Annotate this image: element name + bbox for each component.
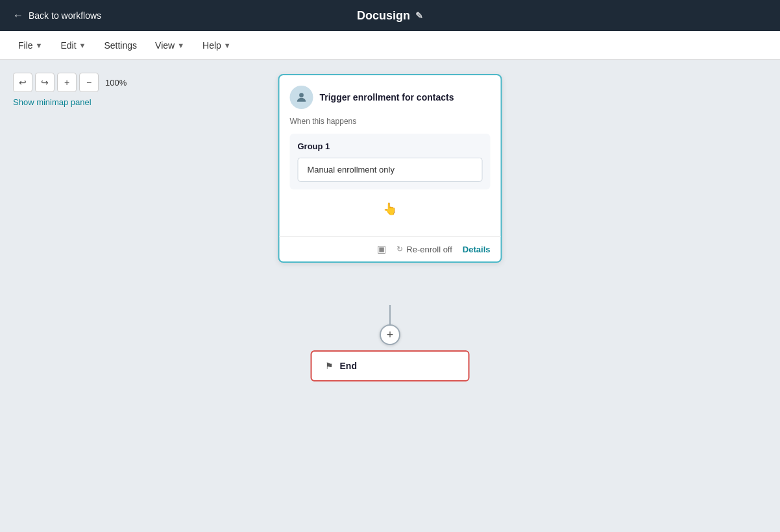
card-header: Trigger enrollment for contacts [280,75,501,117]
end-label: End [340,361,357,371]
group-label: Group 1 [298,141,483,151]
chevron-down-icon: ▼ [224,42,231,49]
re-enroll-icon: ↻ [396,245,403,254]
menu-view[interactable]: View ▼ [147,36,192,54]
menu-settings[interactable]: Settings [96,36,145,54]
contact-avatar [290,86,313,109]
workflow-title-area: Docusign ✎ [357,9,423,23]
card-spacer: 👆 [290,189,491,228]
topbar: ← Back to workflows Docusign ✎ [0,0,780,31]
re-enroll-status: ↻ Re-enroll off [396,245,452,254]
menu-edit[interactable]: Edit ▼ [53,36,93,54]
when-this-happens-label: When this happens [280,117,501,134]
zoom-in-button[interactable]: + [57,73,77,92]
svg-point-0 [299,93,304,97]
menu-file[interactable]: File ▼ [10,36,50,54]
end-card[interactable]: ⚑ End [311,350,470,381]
flag-icon: ⚑ [325,361,334,371]
manual-enrollment-box[interactable]: Manual enrollment only [298,158,483,182]
undo-button[interactable]: ↩ [13,73,32,92]
trigger-enrollment-card[interactable]: Trigger enrollment for contacts When thi… [278,74,502,263]
card-body: Group 1 Manual enrollment only 👆 [280,134,501,236]
zoom-level: 100% [101,78,130,88]
add-step-button[interactable]: + [380,324,400,345]
back-label: Back to workflows [29,10,101,21]
enrollment-text: Manual enrollment only [308,165,395,175]
group-box: Group 1 Manual enrollment only [290,134,491,189]
details-link[interactable]: Details [463,245,491,254]
cursor-icon: 👆 [383,202,397,216]
chevron-down-icon: ▼ [177,42,184,49]
zoom-out-button[interactable]: − [79,73,99,92]
back-to-workflows-button[interactable]: ← Back to workflows [13,10,101,21]
menu-help[interactable]: Help ▼ [195,36,239,54]
workflow-title: Docusign [357,9,410,23]
canvas-toolbar: ↩ ↪ + − 100% [13,73,130,92]
menubar: File ▼ Edit ▼ Settings View ▼ Help ▼ [0,31,780,60]
card-title: Trigger enrollment for contacts [320,92,454,103]
chevron-down-icon: ▼ [79,42,86,49]
back-arrow-icon: ← [13,10,23,21]
copy-icon[interactable]: ▣ [377,243,386,255]
chevron-down-icon: ▼ [36,42,43,49]
workflow-canvas[interactable]: ↩ ↪ + − 100% Show minimap panel Trigger … [0,60,780,532]
person-icon [295,91,308,104]
redo-button[interactable]: ↪ [35,73,55,92]
card-footer: ▣ ↻ Re-enroll off Details [280,236,501,261]
show-minimap-link[interactable]: Show minimap panel [13,97,91,107]
edit-title-icon[interactable]: ✎ [415,10,423,21]
